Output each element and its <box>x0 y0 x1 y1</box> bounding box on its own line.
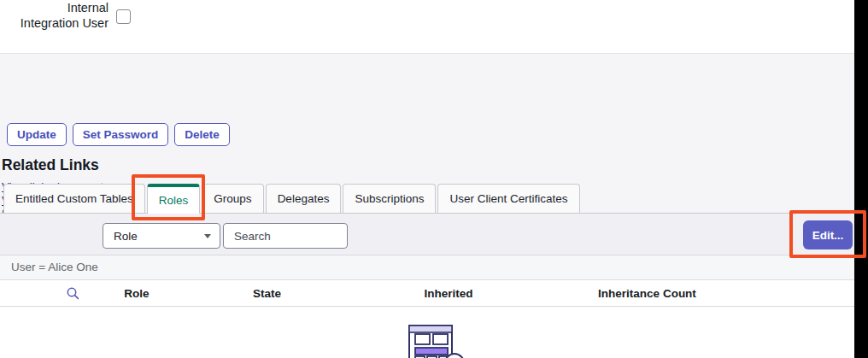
edit-button[interactable]: Edit... <box>803 220 853 249</box>
update-button[interactable]: Update <box>7 123 67 146</box>
tab-user-client-certificates[interactable]: User Client Certificates <box>437 184 579 213</box>
list-condition-breadcrumb[interactable]: User = Alice One <box>0 255 854 280</box>
column-search-icon-cell <box>0 286 103 301</box>
tab-subscriptions[interactable]: Subscriptions <box>343 184 436 213</box>
internal-integration-user-checkbox[interactable] <box>116 9 131 24</box>
form-action-buttons: Update Set Password Delete <box>7 123 230 146</box>
column-header-inheritance-count[interactable]: Inheritance Count <box>534 287 760 300</box>
chevron-down-icon <box>204 234 211 238</box>
tab-entitled-custom-tables[interactable]: Entitled Custom Tables <box>3 184 145 213</box>
related-links-heading: Related Links <box>2 156 99 174</box>
empty-list-illustration <box>395 323 480 358</box>
search-column-select[interactable]: Role <box>103 223 220 249</box>
related-lists-tab-strip: Entitled Custom Tables Roles Groups Dele… <box>3 184 582 214</box>
right-edge-black-bar <box>854 0 868 358</box>
search-icon[interactable] <box>66 286 80 301</box>
tab-roles[interactable]: Roles <box>147 184 201 214</box>
field-label-line-1: Internal <box>0 0 108 15</box>
column-header-state[interactable]: State <box>171 287 363 300</box>
search-column-selected-value: Role <box>114 230 204 243</box>
list-header-row: Role State Inherited Inheritance Count <box>0 280 854 307</box>
list-toolbar: Role Edit... <box>0 214 854 255</box>
tab-groups[interactable]: Groups <box>202 184 263 213</box>
field-label-line-2: Integration User <box>0 15 108 31</box>
internal-integration-user-label: Internal Integration User <box>0 0 108 31</box>
screen: Internal Integration User Update Set Pas… <box>0 0 868 358</box>
list-search-input[interactable] <box>223 223 348 249</box>
column-header-role[interactable]: Role <box>103 287 171 300</box>
set-password-button[interactable]: Set Password <box>73 123 169 146</box>
column-header-inherited[interactable]: Inherited <box>363 287 534 300</box>
tab-delegates[interactable]: Delegates <box>266 184 342 213</box>
delete-button[interactable]: Delete <box>174 123 230 146</box>
